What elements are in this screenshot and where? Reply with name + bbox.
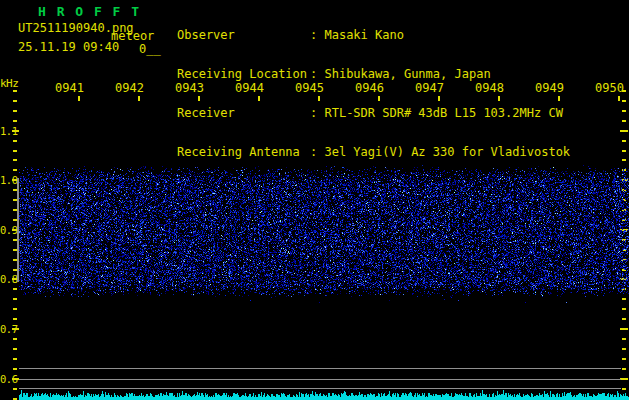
location-label: Receiving Location: [177, 68, 310, 81]
freq-minor-tick-right: [622, 110, 626, 112]
freq-minor-tick-left: [13, 298, 17, 300]
app-title: H R O F F T: [38, 4, 141, 19]
time-tick-mark: [378, 96, 380, 101]
reference-hline-2: [19, 379, 621, 380]
freq-tick-label: 1.1: [0, 125, 13, 137]
freq-tick-label: 1.0: [0, 174, 13, 186]
time-tick-label: 0941: [50, 81, 84, 95]
time-tick-label: 0947: [410, 81, 444, 95]
freq-tick-label: 0.9: [0, 224, 13, 236]
spectrogram-noise-band: [19, 163, 629, 303]
freq-minor-tick-left: [13, 308, 17, 310]
time-tick-label: 0946: [350, 81, 384, 95]
time-tick-label: 0950: [590, 81, 624, 95]
time-tick-label: 0949: [530, 81, 564, 95]
freq-tick-label: 0.8: [0, 273, 13, 285]
observer-row: Observer: Masaki Kano: [177, 29, 570, 42]
antenna-value: 3el Yagi(V) Az 330 for Vladivostok: [324, 145, 570, 159]
observer-value: Masaki Kano: [324, 28, 403, 42]
observation-datetime: 25.11.19 09:40: [18, 40, 119, 54]
freq-tick-label: 0.7: [0, 323, 13, 335]
freq-minor-tick-left: [13, 358, 17, 360]
echo-counter: 0__: [139, 42, 161, 56]
freq-minor-tick-left: [13, 90, 17, 92]
freq-minor-tick-right: [622, 140, 626, 142]
freq-minor-tick-left: [13, 338, 17, 340]
freq-major-tick-right: [620, 378, 628, 380]
observer-label: Observer: [177, 29, 310, 42]
freq-minor-tick-left: [13, 169, 17, 171]
freq-minor-tick-left: [13, 159, 17, 161]
freq-major-tick-right: [620, 328, 628, 330]
time-tick-label: 0944: [230, 81, 264, 95]
reference-hline-1: [19, 368, 621, 369]
separator: :: [310, 28, 324, 42]
time-tick-mark: [498, 96, 500, 101]
freq-minor-tick-left: [13, 140, 17, 142]
time-tick-label: 0943: [170, 81, 204, 95]
time-tick-mark: [198, 96, 200, 101]
freq-minor-tick-left: [13, 150, 17, 152]
separator: :: [310, 145, 324, 159]
receiver-value: RTL-SDR SDR# 43dB L15 103.2MHz CW: [324, 106, 562, 120]
freq-minor-tick-left: [13, 388, 17, 390]
separator: :: [310, 106, 324, 120]
time-tick-mark: [258, 96, 260, 101]
time-tick-label: 0945: [290, 81, 324, 95]
freq-minor-tick-left: [13, 348, 17, 350]
time-tick-label: 0948: [470, 81, 504, 95]
freq-minor-tick-right: [622, 159, 626, 161]
time-tick-mark: [318, 96, 320, 101]
hrofft-screen: H R O F F T UT2511190940.png meteor 25.1…: [0, 0, 629, 400]
time-tick-label: 0942: [110, 81, 144, 95]
freq-minor-tick-right: [622, 90, 626, 92]
time-tick-mark: [438, 96, 440, 101]
antenna-row: Receiving Antenna: 3el Yagi(V) Az 330 fo…: [177, 146, 570, 159]
location-value: Shibukawa, Gunma, Japan: [324, 67, 490, 81]
signal-level-trace: [19, 388, 629, 400]
freq-minor-tick-right: [622, 318, 626, 320]
separator: :: [310, 67, 324, 81]
freq-minor-tick-left: [13, 368, 17, 370]
freq-minor-tick-right: [622, 308, 626, 310]
time-tick-mark: [138, 96, 140, 101]
freq-minor-tick-left: [13, 318, 17, 320]
freq-major-tick-right: [620, 130, 628, 132]
freq-minor-tick-right: [622, 338, 626, 340]
freq-minor-tick-right: [622, 368, 626, 370]
receiver-row: Receiver: RTL-SDR SDR# 43dB L15 103.2MHz…: [177, 107, 570, 120]
freq-minor-tick-right: [622, 120, 626, 122]
freq-minor-tick-left: [13, 288, 17, 290]
freq-tick-label: 0.6: [0, 373, 13, 385]
freq-minor-tick-right: [622, 150, 626, 152]
freq-minor-tick-left: [13, 100, 17, 102]
freq-minor-tick-left: [13, 120, 17, 122]
time-tick-mark: [618, 96, 620, 101]
time-tick-mark: [78, 96, 80, 101]
antenna-label: Receiving Antenna: [177, 146, 310, 159]
freq-axis-unit: kHz: [0, 77, 18, 90]
freq-minor-tick-right: [622, 348, 626, 350]
freq-minor-tick-left: [13, 110, 17, 112]
freq-minor-tick-right: [622, 358, 626, 360]
freq-minor-tick-right: [622, 100, 626, 102]
time-tick-mark: [558, 96, 560, 101]
receiver-label: Receiver: [177, 107, 310, 120]
calibration-vline: [17, 178, 19, 282]
location-row: Receiving Location: Shibukawa, Gunma, Ja…: [177, 68, 570, 81]
